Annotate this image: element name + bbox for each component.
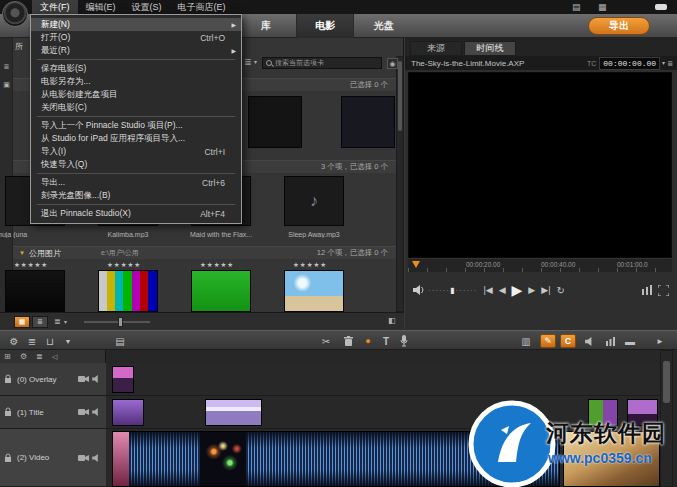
step-forward-button[interactable]: ▶ bbox=[528, 285, 535, 295]
menu-item-close-movie[interactable]: 关闭电影(C) bbox=[31, 101, 241, 114]
menu-item-save-movie[interactable]: 保存电影(S) bbox=[31, 62, 241, 75]
fullscreen-icon[interactable] bbox=[658, 285, 669, 296]
window-control[interactable] bbox=[655, 4, 667, 10]
folder-icon[interactable]: ▣ bbox=[0, 78, 13, 90]
library-scrollbar-thumb[interactable] bbox=[398, 61, 402, 131]
view-menu-icon[interactable]: ≣ bbox=[54, 318, 61, 326]
playhead-marker[interactable] bbox=[412, 261, 420, 268]
library-scrollbar[interactable] bbox=[396, 56, 404, 312]
audio-toggle-icon[interactable] bbox=[92, 408, 102, 416]
menu-eshop[interactable]: 电子商店(E) bbox=[170, 0, 234, 14]
next-marker-button[interactable]: ▶| bbox=[541, 285, 550, 295]
menu-item-new[interactable]: 新建(N) ▶ bbox=[31, 18, 241, 31]
speaker-icon[interactable] bbox=[413, 285, 425, 295]
menu-item-save-movie-as[interactable]: 电影另存为... bbox=[31, 75, 241, 88]
edit-pencil-icon[interactable]: ✎ bbox=[540, 334, 556, 348]
meter-icon[interactable] bbox=[602, 334, 618, 348]
lock-icon[interactable] bbox=[4, 453, 12, 463]
magnet-icon[interactable]: ⊔ bbox=[42, 334, 58, 348]
clapper-icon[interactable]: ▤ bbox=[572, 3, 581, 12]
trash-icon[interactable] bbox=[340, 334, 356, 348]
detail-view-button[interactable]: ≣ bbox=[32, 316, 48, 328]
track-header[interactable]: (1) Title bbox=[0, 396, 106, 429]
info-icon[interactable]: ◧ bbox=[388, 317, 396, 325]
film-icon[interactable]: ▤ bbox=[112, 334, 128, 348]
menu-item-burn-disc-image[interactable]: 刻录光盘图像...(B) bbox=[31, 189, 241, 202]
rating-stars[interactable]: ★★★★★ bbox=[200, 261, 234, 269]
tab-movie[interactable]: 电影 bbox=[296, 14, 354, 38]
tc-chevron-icon[interactable]: ▾ bbox=[662, 60, 665, 66]
media-thumbnail[interactable] bbox=[248, 96, 302, 148]
settings-gear-icon[interactable]: ⚙ bbox=[6, 334, 22, 348]
tab-timeline[interactable]: 时间线 bbox=[464, 41, 516, 56]
timeline-scrollbar-thumb[interactable] bbox=[663, 361, 670, 403]
library-tree-label[interactable]: 所 bbox=[15, 41, 23, 52]
lock-icon[interactable] bbox=[4, 407, 12, 417]
track-lane-overlay[interactable] bbox=[106, 363, 660, 396]
track-list-icon[interactable]: ≣ bbox=[36, 353, 43, 361]
filter-menu-icon[interactable]: ≣ bbox=[244, 58, 252, 67]
tab-disc[interactable]: 光盘 bbox=[358, 14, 410, 38]
music-thumbnail[interactable]: ♪ bbox=[284, 176, 344, 226]
overlay-clip[interactable] bbox=[112, 366, 134, 393]
menu-item-import[interactable]: 导入(I) Ctrl+I bbox=[31, 145, 241, 158]
play-button[interactable]: ▶ bbox=[512, 282, 523, 298]
picture-thumbnail-colorbars[interactable] bbox=[98, 270, 158, 312]
library-section-header[interactable]: ▼ 公用图片 e:\用户\公用 12 个项，已选择 0 个 bbox=[13, 246, 396, 259]
title-clip[interactable] bbox=[205, 399, 262, 426]
timecode-display[interactable]: 00:00:00.00 bbox=[599, 57, 660, 70]
tab-source[interactable]: 来源 bbox=[410, 41, 462, 56]
picture-thumbnail-landscape[interactable] bbox=[284, 270, 344, 312]
split-view-icon[interactable]: ▥ bbox=[518, 334, 534, 348]
zoom-slider-thumb[interactable] bbox=[118, 317, 123, 327]
jog-control[interactable]: ······▮······ bbox=[428, 286, 477, 295]
audio-toggle-icon[interactable] bbox=[92, 454, 102, 462]
audio-meter-icon[interactable] bbox=[642, 285, 652, 295]
track-add-icon[interactable]: ⊞ bbox=[4, 353, 11, 361]
search-options-icon[interactable]: ◉ bbox=[387, 58, 398, 69]
video-toggle-icon[interactable] bbox=[78, 375, 89, 383]
filter-chevron-icon[interactable]: ▾ bbox=[254, 59, 257, 65]
track-collapse-icon[interactable]: ◁ bbox=[52, 353, 57, 360]
lock-icon[interactable] bbox=[4, 374, 12, 384]
prev-marker-button[interactable]: |◀ bbox=[483, 285, 492, 295]
video-toggle-icon[interactable] bbox=[78, 454, 89, 462]
track-header-active[interactable]: (2) Video bbox=[0, 429, 106, 487]
title-clip[interactable] bbox=[112, 399, 144, 426]
tab-library[interactable]: 库 bbox=[240, 14, 292, 38]
rating-stars[interactable]: ★★★★★ bbox=[293, 261, 327, 269]
menu-item-import-previous-project[interactable]: 导入上一个 Pinnacle Studio 项目(P)... bbox=[31, 119, 241, 132]
menu-edit[interactable]: 编辑(E) bbox=[78, 0, 124, 14]
picture-thumbnail-green[interactable] bbox=[191, 270, 251, 312]
menu-item-quick-import[interactable]: 快速导入(Q) bbox=[31, 158, 241, 171]
color-correct-icon[interactable]: C bbox=[560, 334, 576, 348]
audio-toggle-icon[interactable] bbox=[92, 375, 102, 383]
menu-item-import-from-ipad[interactable]: 从 Studio for iPad 应用程序项目导入... bbox=[31, 132, 241, 145]
menu-setup[interactable]: 设置(S) bbox=[124, 0, 170, 14]
menu-item-export[interactable]: 导出... Ctrl+6 bbox=[31, 176, 241, 189]
view-menu-chevron-icon[interactable]: ▾ bbox=[64, 319, 67, 325]
microphone-icon[interactable] bbox=[396, 334, 412, 348]
step-back-button[interactable]: ◀ bbox=[499, 285, 506, 295]
menu-item-open[interactable]: 打开(O) Ctrl+O bbox=[31, 31, 241, 44]
menu-file[interactable]: 文件(F) bbox=[32, 0, 78, 14]
preview-menu-icon[interactable]: ≣ bbox=[667, 60, 673, 67]
zoom-slider[interactable] bbox=[84, 321, 150, 323]
grid-icon[interactable]: ▦ bbox=[598, 3, 607, 12]
rating-stars[interactable]: ★★★★★ bbox=[14, 261, 48, 269]
collapse-arrow-icon[interactable]: ▼ bbox=[19, 250, 25, 256]
title-tool-icon[interactable]: T bbox=[378, 334, 394, 348]
marker-flag-icon[interactable]: ● bbox=[360, 334, 376, 348]
preview-ruler[interactable]: 00:00:20.00 00:00:40.00 00:01:00.0 bbox=[408, 258, 672, 272]
picture-thumbnail[interactable] bbox=[5, 270, 65, 312]
export-button[interactable]: 导出 bbox=[588, 17, 650, 35]
razor-icon[interactable]: ✂ bbox=[318, 334, 334, 348]
marker-dropdown-icon[interactable]: ▼ bbox=[60, 334, 76, 348]
video-viewer[interactable] bbox=[408, 72, 672, 258]
tree-icon[interactable]: ≣ bbox=[0, 60, 13, 72]
video-toggle-icon[interactable] bbox=[78, 408, 89, 416]
thumbnail-view-button[interactable]: ▦ bbox=[14, 316, 30, 328]
search-input[interactable]: 搜索当前选项卡 bbox=[262, 57, 382, 69]
menu-item-recent[interactable]: 最近(R) ▶ bbox=[31, 44, 241, 57]
media-thumbnail[interactable] bbox=[341, 96, 395, 148]
